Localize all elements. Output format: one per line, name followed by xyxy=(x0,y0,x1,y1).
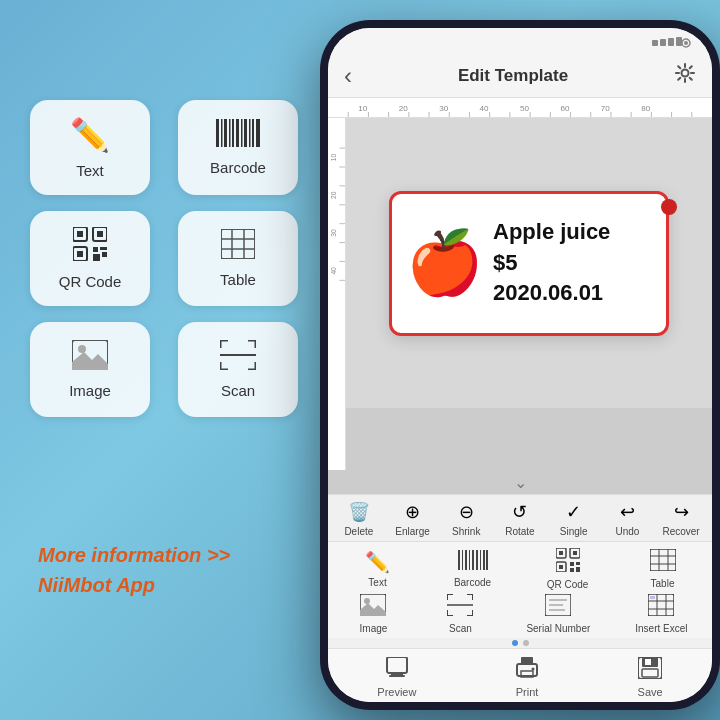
label-preview[interactable]: 🍎 Apple juice $5 2020.06.01 xyxy=(389,191,669,336)
barcode-icon-card[interactable]: Barcode xyxy=(178,100,298,195)
shrink-button[interactable]: ⊖ Shrink xyxy=(445,501,487,537)
label-container: 🍎 Apple juice $5 2020.06.01 xyxy=(389,191,669,336)
canvas-area[interactable]: 🍎 Apple juice $5 2020.06.01 xyxy=(346,118,712,408)
save-nav-item[interactable]: Save xyxy=(638,657,663,698)
insert-excel-icon xyxy=(648,594,674,620)
svg-text:30: 30 xyxy=(330,229,337,237)
scan-icon-card[interactable]: Scan xyxy=(178,322,298,417)
svg-rect-18 xyxy=(100,247,107,250)
svg-rect-91 xyxy=(570,562,574,566)
phone: ‹ Edit Template 10 20 30 40 50 xyxy=(320,20,720,710)
insert-qr-icon xyxy=(556,548,580,576)
pencil-icon: ✏️ xyxy=(70,116,110,154)
settings-button[interactable] xyxy=(674,62,696,89)
svg-rect-116 xyxy=(389,675,405,677)
enlarge-button[interactable]: ⊕ Enlarge xyxy=(392,501,434,537)
more-info-line1: More information >> xyxy=(38,540,230,570)
shrink-label: Shrink xyxy=(452,526,480,537)
svg-rect-113 xyxy=(650,596,655,599)
rotate-icon: ↺ xyxy=(512,501,527,523)
undo-button[interactable]: ↩ Undo xyxy=(606,501,648,537)
insert-serial-button[interactable]: Serial Number xyxy=(526,594,590,634)
svg-rect-95 xyxy=(650,549,676,571)
text-label: Text xyxy=(76,162,104,179)
insert-icons-2: Image Scan xyxy=(330,594,710,634)
insert-barcode-button[interactable]: Barcode xyxy=(452,550,494,588)
insert-barcode-label: Barcode xyxy=(454,577,491,588)
insert-table-button[interactable]: Table xyxy=(642,549,684,589)
svg-rect-14 xyxy=(97,231,103,237)
svg-rect-17 xyxy=(93,247,98,252)
preview-nav-item[interactable]: Preview xyxy=(377,657,416,698)
page-dots xyxy=(328,638,712,648)
svg-rect-83 xyxy=(483,550,485,570)
delete-label: Delete xyxy=(344,526,373,537)
svg-point-27 xyxy=(78,345,86,353)
svg-rect-81 xyxy=(476,550,478,570)
print-nav-item[interactable]: Print xyxy=(515,657,539,698)
insert-table-label: Table xyxy=(651,578,675,589)
svg-rect-9 xyxy=(252,119,254,147)
svg-text:10: 10 xyxy=(330,154,337,162)
page-dot-1 xyxy=(512,640,518,646)
svg-marker-102 xyxy=(360,603,386,616)
bottom-nav: Preview Print xyxy=(328,648,712,702)
text-icon-card[interactable]: ✏️ Text xyxy=(30,100,150,195)
svg-text:70: 70 xyxy=(601,104,611,113)
svg-rect-32 xyxy=(668,38,674,46)
image-label: Image xyxy=(69,382,111,399)
svg-text:40: 40 xyxy=(480,104,490,113)
single-button[interactable]: ✓ Single xyxy=(553,501,595,537)
insert-excel-button[interactable]: Insert Excel xyxy=(635,594,687,634)
single-label: Single xyxy=(560,526,588,537)
selection-handle xyxy=(661,199,677,215)
table-icon-card[interactable]: Table xyxy=(178,211,298,306)
svg-rect-82 xyxy=(480,550,481,570)
qrcode-label: QR Code xyxy=(59,273,122,290)
save-label: Save xyxy=(638,686,663,698)
svg-rect-8 xyxy=(249,119,251,147)
enlarge-icon: ⊕ xyxy=(405,501,420,523)
svg-text:30: 30 xyxy=(439,104,449,113)
header-title: Edit Template xyxy=(352,66,674,86)
rotate-button[interactable]: ↺ Rotate xyxy=(499,501,541,537)
recover-icon: ↪ xyxy=(674,501,689,523)
svg-rect-114 xyxy=(387,657,407,673)
app-header: ‹ Edit Template xyxy=(328,58,712,98)
image-icon-card[interactable]: Image xyxy=(30,322,150,417)
ruler-side: 10 20 30 40 xyxy=(328,118,346,470)
insert-text-button[interactable]: ✏️ Text xyxy=(357,550,399,588)
more-info-line2: NiiMbot App xyxy=(38,570,230,600)
chevron-area: ⌄ xyxy=(328,470,712,494)
barcode-label: Barcode xyxy=(210,159,266,176)
shrink-icon: ⊖ xyxy=(459,501,474,523)
svg-rect-20 xyxy=(102,252,107,257)
insert-barcode-icon xyxy=(458,550,488,574)
qrcode-icon-card[interactable]: QR Code xyxy=(30,211,150,306)
left-icons-panel: ✏️ Text Barcode xyxy=(30,100,310,417)
svg-rect-7 xyxy=(244,119,247,147)
svg-rect-124 xyxy=(642,669,658,677)
svg-rect-115 xyxy=(391,673,403,675)
svg-text:80: 80 xyxy=(641,104,651,113)
label-text: Apple juice $5 2020.06.01 xyxy=(493,219,610,306)
insert-excel-label: Insert Excel xyxy=(635,623,687,634)
svg-rect-21 xyxy=(221,229,255,259)
recover-button[interactable]: ↪ Recover xyxy=(660,501,702,537)
barcode-icon xyxy=(216,119,260,151)
svg-rect-19 xyxy=(93,254,100,261)
ruler-top: 10 20 30 40 50 60 70 80 xyxy=(328,98,712,118)
insert-scan-icon xyxy=(447,594,473,620)
insert-qr-button[interactable]: QR Code xyxy=(547,548,589,590)
print-label: Print xyxy=(516,686,539,698)
svg-point-120 xyxy=(532,668,535,671)
delete-icon: 🗑️ xyxy=(348,501,370,523)
insert-image-button[interactable]: Image xyxy=(352,594,394,634)
preview-label: Preview xyxy=(377,686,416,698)
insert-scan-button[interactable]: Scan xyxy=(439,594,481,634)
svg-rect-10 xyxy=(256,119,260,147)
svg-rect-77 xyxy=(462,550,463,570)
back-button[interactable]: ‹ xyxy=(344,64,352,88)
delete-button[interactable]: 🗑️ Delete xyxy=(338,501,380,537)
insert-scan-label: Scan xyxy=(449,623,472,634)
